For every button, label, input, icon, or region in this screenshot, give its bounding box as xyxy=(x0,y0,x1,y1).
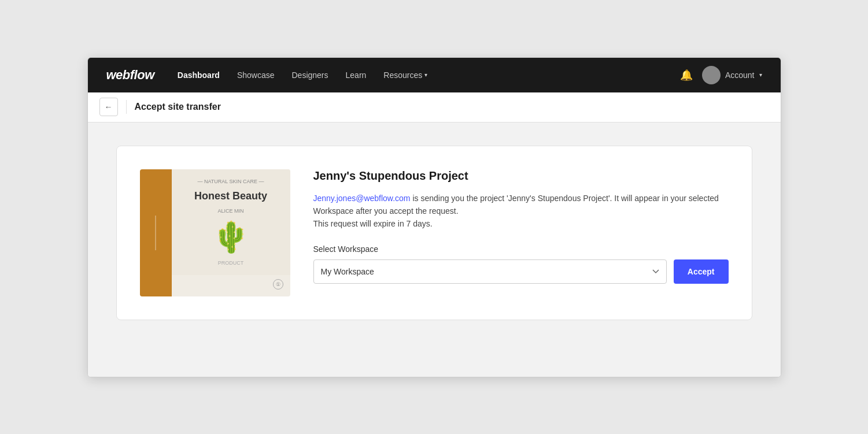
back-button[interactable]: ← xyxy=(99,98,118,116)
thumbnail-left-col xyxy=(140,169,172,296)
thumbnail-author: ALICE MIN xyxy=(217,208,243,214)
thumbnail-inner: — NATURAL SKIN CARE — Honest Beauty ALIC… xyxy=(140,169,290,296)
project-title: Jenny's Stupendous Project xyxy=(313,169,729,183)
nav-dashboard[interactable]: Dashboard xyxy=(171,66,227,84)
thumbnail-subtitle: — NATURAL SKIN CARE — xyxy=(197,179,264,184)
page-title: Accept site transfer xyxy=(135,102,221,112)
nav-designers[interactable]: Designers xyxy=(285,66,335,84)
workspace-row: My Workspace Accept xyxy=(313,259,729,284)
breadcrumb-bar: ← Accept site transfer xyxy=(88,92,781,123)
thumbnail-badge: ① xyxy=(273,279,283,290)
project-details: Jenny's Stupendous Project Jenny.jones@w… xyxy=(313,169,729,284)
thumbnail-product-text: PRODUCT xyxy=(218,260,244,266)
thumbnail-plant-icon: 🌵 xyxy=(212,222,250,252)
navbar-links: Dashboard Showcase Designers Learn Resou… xyxy=(171,66,680,84)
accept-button[interactable]: Accept xyxy=(674,259,729,284)
thumbnail-book-title: Honest Beauty xyxy=(194,190,267,203)
navbar: webflow Dashboard Showcase Designers Lea… xyxy=(88,58,781,92)
webflow-logo[interactable]: webflow xyxy=(106,68,154,83)
nav-showcase[interactable]: Showcase xyxy=(230,66,282,84)
nav-learn[interactable]: Learn xyxy=(339,66,374,84)
breadcrumb-divider xyxy=(126,100,127,114)
project-description: Jenny.jones@webflow.com is sending you t… xyxy=(313,192,729,231)
thumbnail-right-wrapper: — NATURAL SKIN CARE — Honest Beauty ALIC… xyxy=(172,169,290,296)
project-thumbnail: — NATURAL SKIN CARE — Honest Beauty ALIC… xyxy=(140,169,290,296)
browser-window: webflow Dashboard Showcase Designers Lea… xyxy=(87,57,781,377)
navbar-right: 🔔 Account ▾ xyxy=(680,66,762,84)
thumbnail-right-area: — NATURAL SKIN CARE — Honest Beauty ALIC… xyxy=(172,169,290,276)
workspace-select[interactable]: My Workspace xyxy=(313,259,667,284)
resources-chevron-icon: ▾ xyxy=(424,72,427,78)
select-workspace-label: Select Workspace xyxy=(313,244,729,254)
account-chevron-icon: ▾ xyxy=(759,72,762,78)
thumbnail-line xyxy=(155,216,156,250)
sender-email-link[interactable]: Jenny.jones@webflow.com xyxy=(313,194,411,203)
notifications-bell-icon[interactable]: 🔔 xyxy=(680,69,693,81)
account-menu[interactable]: Account ▾ xyxy=(702,66,762,84)
nav-resources[interactable]: Resources ▾ xyxy=(376,66,434,84)
avatar xyxy=(702,66,721,84)
transfer-card: — NATURAL SKIN CARE — Honest Beauty ALIC… xyxy=(116,146,752,320)
content-area: — NATURAL SKIN CARE — Honest Beauty ALIC… xyxy=(88,123,781,377)
account-label: Account xyxy=(725,71,755,80)
